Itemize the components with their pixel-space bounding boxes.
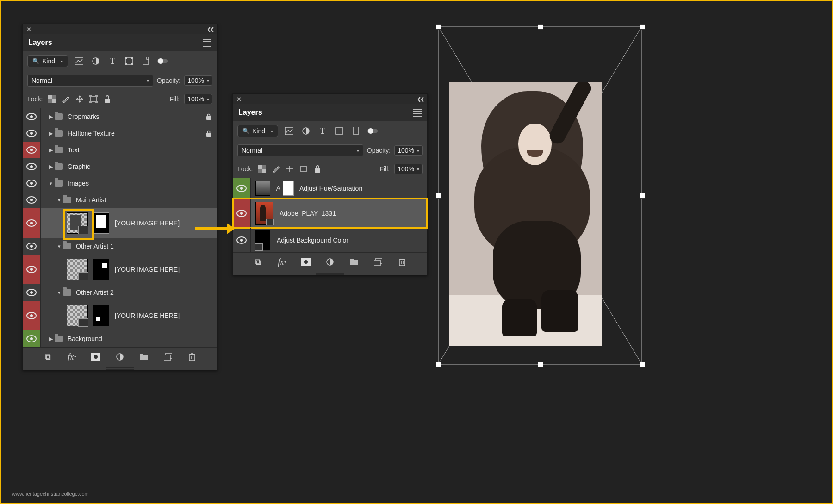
- layer-cropmarks[interactable]: ▶ Cropmarks: [23, 108, 217, 125]
- expand-toggle[interactable]: ▶: [47, 164, 55, 170]
- expand-toggle[interactable]: ▶: [47, 114, 55, 120]
- layer-lock-icon[interactable]: [206, 130, 211, 137]
- lock-brush-icon[interactable]: [61, 94, 70, 104]
- smartobject-thumb[interactable]: [67, 212, 88, 234]
- filter-pixel-icon[interactable]: [284, 125, 295, 137]
- layer-mask-icon[interactable]: [90, 351, 101, 362]
- lock-all-icon[interactable]: [313, 164, 322, 174]
- visibility-toggle[interactable]: [23, 330, 41, 347]
- collapse-icon[interactable]: ❮❮: [417, 96, 423, 102]
- filter-kind-dropdown[interactable]: 🔍 Kind ▾: [237, 125, 278, 137]
- transform-handle[interactable]: [538, 24, 543, 30]
- layer-background[interactable]: ▶ Background: [23, 330, 217, 347]
- filter-toggle[interactable]: [157, 56, 168, 67]
- blend-mode-dropdown[interactable]: Normal ▾: [237, 144, 363, 156]
- layer-mask-thumb[interactable]: [93, 259, 109, 280]
- layer-hue-saturation[interactable]: 𐌀 Adjust Hue/Saturation: [233, 178, 427, 199]
- filter-toggle[interactable]: [367, 125, 378, 137]
- filter-adjustment-icon[interactable]: [90, 56, 101, 67]
- fill-value-box[interactable]: 100% ▾: [394, 164, 423, 174]
- lock-artboard-icon[interactable]: [89, 94, 98, 104]
- layers-tab[interactable]: Layers: [28, 38, 52, 47]
- adjustment-layer-icon[interactable]: [324, 256, 336, 268]
- new-layer-icon[interactable]: [373, 256, 384, 268]
- filter-adjustment-icon[interactable]: [300, 125, 311, 137]
- layer-graphic[interactable]: ▶ Graphic: [23, 158, 217, 175]
- layer-placed-image[interactable]: Adobe_PLAY_1331: [233, 199, 427, 228]
- close-icon[interactable]: ✕: [26, 26, 31, 33]
- layer-halftone[interactable]: ▶ Halftone Texture: [23, 125, 217, 142]
- layer-main-artist[interactable]: ▾ Main Artist: [23, 192, 217, 208]
- transform-handle[interactable]: [436, 24, 441, 30]
- transform-handle[interactable]: [538, 362, 543, 367]
- expand-toggle[interactable]: ▶: [47, 131, 55, 137]
- filter-smartobject-icon[interactable]: [140, 56, 151, 67]
- layer-mask-icon[interactable]: [300, 256, 311, 268]
- transform-handle[interactable]: [436, 193, 441, 199]
- lock-all-icon[interactable]: [103, 94, 112, 104]
- visibility-toggle[interactable]: [23, 284, 41, 301]
- expand-toggle[interactable]: ▾: [56, 197, 63, 203]
- layer-placeholder-other2[interactable]: [YOUR IMAGE HERE]: [23, 301, 217, 330]
- visibility-toggle[interactable]: [23, 175, 41, 192]
- close-icon[interactable]: ✕: [236, 96, 242, 103]
- new-layer-icon[interactable]: [162, 351, 174, 362]
- layer-images[interactable]: ▾ Images: [23, 175, 217, 192]
- layer-mask-thumb[interactable]: [93, 212, 109, 234]
- layer-other-artist-2[interactable]: ▾ Other Artist 2: [23, 284, 217, 301]
- smartobject-thumb[interactable]: [255, 202, 273, 225]
- delete-layer-icon[interactable]: [397, 256, 408, 268]
- adjustment-thumb[interactable]: [255, 181, 270, 196]
- layer-fx-icon[interactable]: fx▾: [276, 256, 287, 268]
- smartobject-thumb[interactable]: [67, 259, 88, 280]
- link-layers-icon[interactable]: ⧉: [252, 256, 263, 268]
- transform-handle[interactable]: [436, 362, 441, 367]
- visibility-toggle[interactable]: [23, 301, 41, 330]
- transform-handle[interactable]: [640, 24, 645, 30]
- panel-resize-grip[interactable]: [23, 366, 217, 370]
- opacity-value-box[interactable]: 100% ▾: [184, 75, 212, 86]
- layers-tab[interactable]: Layers: [238, 108, 262, 117]
- visibility-toggle[interactable]: [233, 228, 251, 252]
- panel-titlebar[interactable]: ✕ ❮❮: [233, 94, 427, 104]
- smartobject-thumb[interactable]: [67, 305, 88, 326]
- visibility-toggle[interactable]: [23, 108, 41, 125]
- filter-shape-icon[interactable]: [334, 125, 345, 137]
- lock-brush-icon[interactable]: [271, 164, 280, 174]
- layer-lock-icon[interactable]: [206, 113, 211, 120]
- link-layers-icon[interactable]: ⧉: [42, 351, 53, 362]
- lock-position-icon[interactable]: [75, 94, 84, 104]
- layer-mask-thumb[interactable]: [283, 181, 294, 196]
- expand-toggle[interactable]: ▾: [56, 243, 63, 249]
- blend-mode-dropdown[interactable]: Normal ▾: [27, 75, 153, 87]
- visibility-toggle[interactable]: [23, 238, 41, 255]
- visibility-toggle[interactable]: [23, 255, 41, 284]
- layer-bg-adjust[interactable]: Adjust Background Color: [233, 228, 427, 252]
- new-group-icon[interactable]: [138, 351, 149, 362]
- panel-titlebar[interactable]: ✕ ❮❮: [23, 24, 217, 34]
- layer-text[interactable]: ▶ Text: [23, 142, 217, 158]
- filter-kind-dropdown[interactable]: 🔍 Kind ▾: [27, 55, 68, 67]
- fill-value-box[interactable]: 100% ▾: [184, 94, 212, 104]
- delete-layer-icon[interactable]: [186, 351, 198, 362]
- transform-handle[interactable]: [640, 362, 645, 367]
- visibility-toggle[interactable]: [23, 125, 41, 142]
- filter-smartobject-icon[interactable]: [350, 125, 361, 137]
- expand-toggle[interactable]: ▶: [47, 147, 55, 153]
- filter-shape-icon[interactable]: [124, 56, 135, 67]
- visibility-toggle[interactable]: [23, 208, 41, 238]
- filter-type-icon[interactable]: T: [317, 125, 328, 137]
- visibility-toggle[interactable]: [233, 199, 251, 228]
- filter-type-icon[interactable]: T: [107, 56, 118, 67]
- visibility-toggle[interactable]: [23, 192, 41, 208]
- visibility-toggle[interactable]: [23, 158, 41, 175]
- panel-menu-icon[interactable]: [203, 39, 211, 47]
- layer-fx-icon[interactable]: fx▾: [66, 351, 77, 362]
- expand-toggle[interactable]: ▾: [56, 290, 63, 296]
- link-mask-icon[interactable]: 𐌀: [276, 185, 281, 192]
- layer-thumb[interactable]: [255, 230, 270, 250]
- expand-toggle[interactable]: ▾: [47, 180, 55, 187]
- panel-menu-icon[interactable]: [413, 109, 422, 117]
- adjustment-layer-icon[interactable]: [114, 351, 125, 362]
- visibility-toggle[interactable]: [233, 178, 251, 199]
